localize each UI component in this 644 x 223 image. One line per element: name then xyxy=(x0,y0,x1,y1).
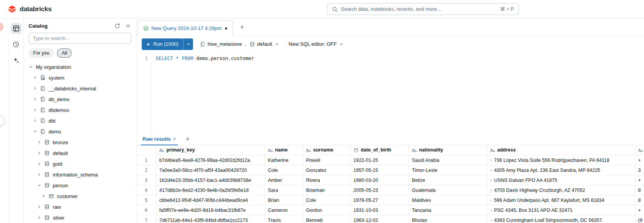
chevron-right-icon[interactable] xyxy=(40,193,47,199)
close-sidebar-button[interactable] xyxy=(126,23,131,28)
cell-nationality[interactable]: Bhutan xyxy=(409,215,487,223)
cell-date-of-birth[interactable]: 1963-12-02 xyxy=(350,215,409,223)
raw-results-tab[interactable]: Raw results xyxy=(141,133,178,145)
cell-date-of-birth[interactable]: 1980-03-20 xyxy=(350,175,409,185)
cell-address[interactable]: ›USNS Galvan FPO AA 41875 xyxy=(487,175,635,185)
global-search-box[interactable]: Search data, notebooks, recents, and mor… xyxy=(327,3,519,15)
filter-all-pill[interactable]: All xyxy=(57,48,72,58)
cell-date-of-birth[interactable]: 1922-01-25 xyxy=(350,155,409,165)
cell-primary-key[interactable]: 417d8b2e-6ed2-4230-9e4b-0a2bf3fe5e18 xyxy=(156,185,265,195)
chevron-down-icon[interactable] xyxy=(173,137,176,141)
databricks-logo[interactable]: databricks xyxy=(8,5,52,13)
cell-partial-last-cell[interactable]: + xyxy=(635,205,644,215)
cell-name[interactable]: Cole xyxy=(265,165,303,175)
expand-cell-icon[interactable]: › xyxy=(490,198,492,203)
sql-code-editor[interactable]: 1 SELECT * FROM demo.person.customer xyxy=(136,52,644,133)
filter-for-you-pill[interactable]: For you xyxy=(29,48,54,58)
expand-cell-icon[interactable]: › xyxy=(490,178,492,183)
cell-primary-key[interactable]: cbbe6412-954f-4d47-90fd-c444bead9ce4 xyxy=(156,195,265,205)
cell-partial-last-cell[interactable]: + xyxy=(635,155,644,165)
rail-catalog-button[interactable] xyxy=(11,23,22,34)
cell-partial-last-cell[interactable]: (9 xyxy=(635,215,644,223)
expand-cell-icon[interactable]: › xyxy=(490,188,492,193)
schema-selector[interactable]: default xyxy=(248,40,280,48)
row-number-cell[interactable]: 2 xyxy=(136,165,156,175)
column-header-primary-key[interactable]: Abprimary_key xyxy=(156,145,265,155)
cell-partial-last-cell[interactable]: 8 xyxy=(635,195,644,205)
cell-partial-last-cell[interactable]: 3 xyxy=(635,165,644,175)
cell-date-of-birth[interactable]: 1957-05-15 xyxy=(350,165,409,175)
new-sql-editor-toggle[interactable]: New SQL editor: OFF xyxy=(287,40,345,48)
chevron-right-icon[interactable] xyxy=(36,215,42,221)
column-header-date-of-birth[interactable]: date_of_birth xyxy=(350,145,409,155)
cell-date-of-birth[interactable]: 1978-05-27 xyxy=(350,195,409,205)
cell-address[interactable]: ›PSC 4345, Box 3131 APO AE 32471 xyxy=(487,205,635,215)
row-number-cell[interactable]: 4 xyxy=(136,185,156,195)
cell-name[interactable]: Amber xyxy=(265,175,303,185)
tree-item-databricks-internal[interactable]: __databricks_internal xyxy=(24,83,136,94)
cell-date-of-birth[interactable]: 1931-10-03 xyxy=(350,205,409,215)
cell-primary-key[interactable]: b7d4bea5-4ee8-4276-99aa-42d02d2fd12a xyxy=(156,155,265,165)
tree-item-db-demo[interactable]: db_demo xyxy=(24,94,136,105)
cell-surname[interactable]: Gordon xyxy=(303,205,350,215)
cell-surname[interactable]: Bowman xyxy=(303,185,350,195)
cell-address[interactable]: ›596 Adam Underpass Apt. 687 Kaylafurt, … xyxy=(487,195,635,205)
cell-surname[interactable]: Bennett xyxy=(303,215,350,223)
rail-assistant-button[interactable] xyxy=(11,55,22,65)
row-number-cell[interactable]: 3 xyxy=(136,175,156,185)
tree-item-customer[interactable]: customer xyxy=(24,191,136,201)
cell-nationality[interactable]: Timor-Leste xyxy=(409,165,487,175)
chevron-right-icon[interactable] xyxy=(32,75,38,81)
column-header-address[interactable]: Abaddress xyxy=(487,145,635,155)
tree-item-demo[interactable]: demo xyxy=(24,126,136,137)
chevron-right-icon[interactable] xyxy=(32,85,38,92)
refresh-button[interactable] xyxy=(114,23,120,29)
column-header-nationality[interactable]: Abnationality xyxy=(409,145,487,155)
cell-nationality[interactable]: Maldives xyxy=(409,195,487,205)
column-header-partial[interactable]: Ab xyxy=(635,145,644,155)
tree-item-raw[interactable]: raw xyxy=(24,201,136,212)
chevron-right-icon[interactable] xyxy=(32,118,38,124)
chevron-right-icon[interactable] xyxy=(36,171,42,178)
tree-item-dbt[interactable]: dbt xyxy=(24,115,136,126)
rail-history-button[interactable] xyxy=(11,39,22,50)
cell-surname[interactable]: Powell xyxy=(303,155,350,165)
chevron-right-icon[interactable] xyxy=(36,161,42,167)
chevron-right-icon[interactable] xyxy=(32,107,38,113)
cell-surname[interactable]: Cole xyxy=(303,195,350,205)
cell-nationality[interactable]: Saudi Arabia xyxy=(409,155,487,165)
cell-partial-last-cell[interactable]: 8 xyxy=(635,185,644,195)
catalog-search-input[interactable] xyxy=(29,33,131,44)
cell-primary-key[interactable]: fa5ff07e-ee9e-4d20-9d16-b4bac31fb87e xyxy=(156,205,265,215)
tree-item-information-schema[interactable]: information_schema xyxy=(24,169,136,180)
row-number-cell[interactable]: 7 xyxy=(136,215,156,223)
cell-partial-last-cell[interactable]: + xyxy=(635,175,644,185)
cell-nationality[interactable]: Belize xyxy=(409,175,487,185)
run-button[interactable]: Run (1000) xyxy=(142,38,183,50)
tree-item-dbdemos[interactable]: dbdemos xyxy=(24,105,136,115)
add-visualization-button[interactable]: + xyxy=(184,136,191,143)
tree-item-person[interactable]: person xyxy=(24,180,136,191)
cell-surname[interactable]: Rivera xyxy=(303,175,350,185)
expand-cell-icon[interactable]: › xyxy=(490,158,492,163)
chevron-down-icon[interactable] xyxy=(28,64,34,70)
cell-address[interactable]: ›4305 Amy Plaza Apt. 236 East Sandra, MP… xyxy=(487,165,635,175)
new-tab-button[interactable]: + xyxy=(238,23,246,31)
cell-nationality[interactable]: Tanzania xyxy=(409,205,487,215)
cell-address[interactable]: ›736 Lopez Vista Suite 556 Rodriguezhave… xyxy=(487,155,635,165)
chevron-right-icon[interactable] xyxy=(36,150,42,156)
tree-item-system[interactable]: system xyxy=(24,72,136,83)
chevron-down-icon[interactable] xyxy=(36,182,42,188)
query-tab[interactable]: New Query 2024-10-17 4:28pm xyxy=(138,20,233,36)
cell-name[interactable]: Cameron xyxy=(265,205,303,215)
column-header-surname[interactable]: Absurname xyxy=(303,145,350,155)
chevron-down-icon[interactable] xyxy=(32,128,38,135)
cell-name[interactable]: Katherine xyxy=(265,155,303,165)
column-header-name[interactable]: Abname xyxy=(265,145,303,155)
row-number-cell[interactable]: 6 xyxy=(136,205,156,215)
cell-address[interactable]: ›4703 Davis Highway Cruzburgh, AZ 47052 xyxy=(487,185,635,195)
cell-primary-key[interactable]: 7a0ee3a0-58cc-4f70-af5f-43aa00429720 xyxy=(156,165,265,175)
chevron-right-icon[interactable] xyxy=(36,139,42,145)
row-number-cell[interactable]: 5 xyxy=(136,195,156,205)
cell-primary-key[interactable]: 1b2d4e23-35bb-4157-bac1-a4b539b8738e xyxy=(156,175,265,185)
